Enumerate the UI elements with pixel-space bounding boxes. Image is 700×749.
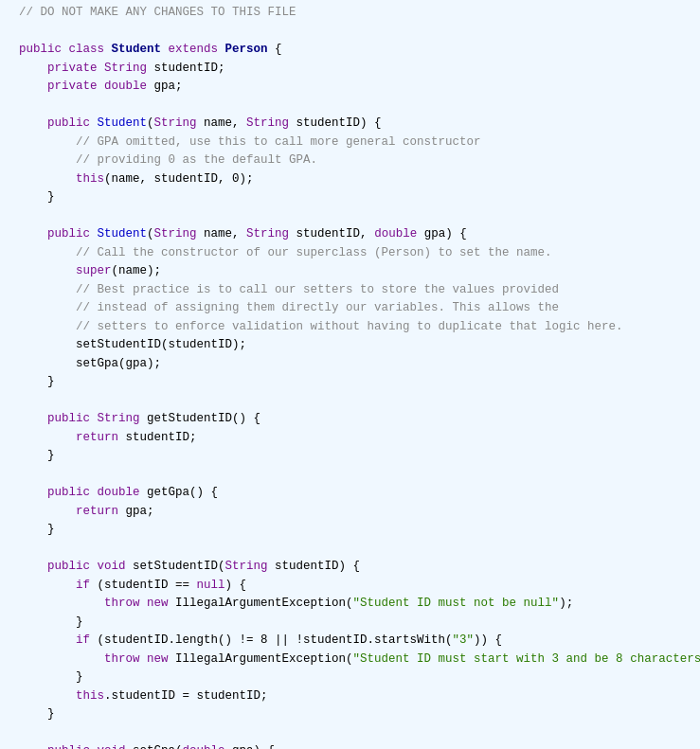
token <box>19 246 76 259</box>
token <box>19 153 76 167</box>
code-line: public void setStudentID(String studentI… <box>0 558 700 577</box>
code-line: if (studentID.length() != 8 || !studentI… <box>0 632 700 651</box>
code-line <box>0 466 700 485</box>
token: } <box>76 670 83 684</box>
code-text: public String getStudentID() { <box>19 410 700 428</box>
code-text: return gpa; <box>19 503 700 521</box>
token: studentID; <box>154 62 225 75</box>
token <box>19 652 104 666</box>
code-text: public double getGpa() { <box>19 484 700 502</box>
code-line: // instead of assigning them directly ou… <box>0 299 700 318</box>
token <box>19 523 47 536</box>
token: studentID; <box>126 431 197 444</box>
code-text: // DO NOT MAKE ANY CHANGES TO THIS FILE <box>19 4 700 22</box>
token: (name, studentID, 0); <box>104 172 254 186</box>
code-line: return studentID; <box>0 429 700 448</box>
token: Student <box>112 43 169 56</box>
token: // instead of assigning them directly ou… <box>76 301 559 314</box>
token: double <box>374 227 424 241</box>
token <box>19 62 47 75</box>
code-line: throw new IllegalArgumentException("Stud… <box>0 595 700 614</box>
token <box>19 338 76 351</box>
token <box>19 633 76 647</box>
token: class <box>69 43 112 56</box>
code-line: } <box>0 521 700 540</box>
token: studentID) { <box>296 116 382 130</box>
code-text: // setters to enforce validation without… <box>19 318 700 336</box>
code-line: this(name, studentID, 0); <box>0 170 700 189</box>
code-text: public void setStudentID(String studentI… <box>19 558 700 576</box>
token <box>19 227 47 241</box>
token <box>19 283 76 296</box>
code-text <box>19 540 700 558</box>
code-text <box>19 97 700 115</box>
token: "Student ID must not be null" <box>353 597 560 610</box>
code-line: // GPA omitted, use this to call more ge… <box>0 134 700 152</box>
token: public <box>19 43 69 56</box>
token: public <box>47 227 98 241</box>
token: "Student ID must start with 3 and be 8 c… <box>353 652 700 666</box>
token: gpa) { <box>232 744 275 749</box>
token: String <box>246 116 296 130</box>
token: "3" <box>453 633 475 647</box>
code-line: public Student(String name, String stude… <box>0 115 700 134</box>
token: Student <box>98 227 148 241</box>
token: public <box>47 744 98 749</box>
token <box>19 597 104 610</box>
code-text: // Call the constructor of our superclas… <box>19 244 700 262</box>
code-text: } <box>19 705 700 723</box>
code-line: setGpa(gpa); <box>0 355 700 374</box>
code-line: } <box>0 705 700 724</box>
token <box>19 505 76 518</box>
token: double <box>98 486 148 499</box>
code-line: } <box>0 614 700 633</box>
token <box>19 615 76 629</box>
token: getGpa() { <box>147 486 218 499</box>
token <box>19 320 76 333</box>
code-text: throw new IllegalArgumentException("Stud… <box>19 595 700 613</box>
code-line: if (studentID == null) { <box>0 577 700 596</box>
token: { <box>275 43 282 56</box>
token <box>19 431 76 444</box>
code-editor: // DO NOT MAKE ANY CHANGES TO THIS FILE … <box>0 0 700 749</box>
code-line: public Student(String name, String stude… <box>0 225 700 244</box>
token <box>19 301 76 314</box>
token: ( <box>147 116 154 130</box>
token: // Best practice is to call our setters … <box>76 283 559 296</box>
code-line: public String getStudentID() { <box>0 410 700 429</box>
token: )) { <box>474 633 502 647</box>
code-line <box>0 724 700 743</box>
code-line <box>0 97 700 116</box>
token: String <box>104 62 154 75</box>
token: throw <box>104 597 147 610</box>
token: void <box>98 560 134 573</box>
token: gpa; <box>126 505 154 518</box>
code-text: } <box>19 373 700 391</box>
token: // DO NOT MAKE ANY CHANGES TO THIS FILE <box>19 6 296 19</box>
code-line: } <box>0 447 700 466</box>
token: ) { <box>225 579 247 592</box>
token: new <box>147 652 175 666</box>
token: setStudentID(studentID); <box>76 338 246 351</box>
token: // setters to enforce validation without… <box>76 320 623 333</box>
token: Person <box>225 43 276 56</box>
token <box>19 375 47 388</box>
token: public <box>47 486 98 499</box>
code-text: this(name, studentID, 0); <box>19 170 700 188</box>
token: public <box>47 116 98 130</box>
token: public <box>47 560 98 573</box>
token: this <box>76 172 104 186</box>
code-text: } <box>19 614 700 632</box>
code-line: // Best practice is to call our setters … <box>0 281 700 300</box>
token: studentID, <box>296 227 375 241</box>
token: double <box>104 80 154 93</box>
token <box>19 744 47 749</box>
code-line: private String studentID; <box>0 60 700 79</box>
token: String <box>246 227 296 241</box>
code-line: // Call the constructor of our superclas… <box>0 244 700 263</box>
code-text: public class Student extends Person { <box>19 41 700 59</box>
code-text: // instead of assigning them directly ou… <box>19 299 700 317</box>
token: super <box>76 264 112 277</box>
token: throw <box>104 652 147 666</box>
token: return <box>76 505 126 518</box>
